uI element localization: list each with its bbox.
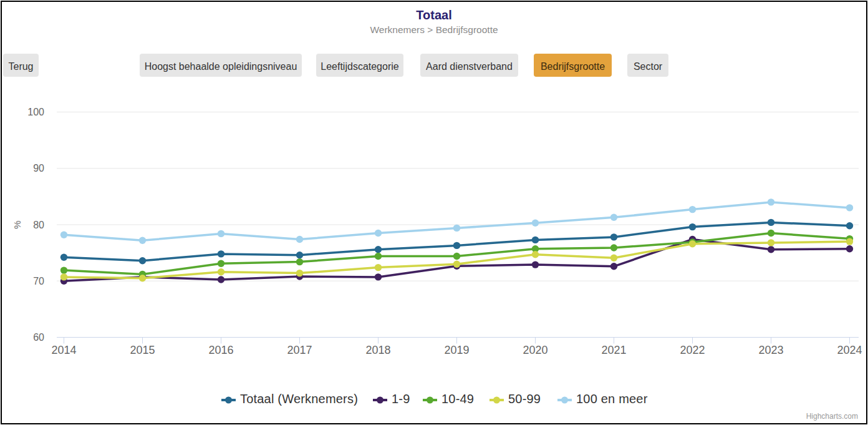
svg-text:2017: 2017	[287, 344, 312, 356]
svg-text:80: 80	[33, 220, 44, 230]
svg-text:2016: 2016	[208, 344, 233, 356]
svg-text:2018: 2018	[365, 344, 390, 356]
svg-text:90: 90	[33, 163, 44, 173]
svg-text:100 en meer: 100 en meer	[576, 392, 648, 406]
svg-text:2023: 2023	[758, 344, 783, 356]
svg-text:2015: 2015	[130, 344, 155, 356]
svg-text:70: 70	[33, 276, 44, 286]
svg-text:2019: 2019	[444, 344, 469, 356]
svg-text:Highcharts.com: Highcharts.com	[806, 412, 858, 421]
svg-text:2021: 2021	[601, 344, 626, 356]
svg-text:2024: 2024	[837, 344, 862, 356]
svg-text:%: %	[12, 220, 22, 228]
svg-text:Totaal (Werknemers): Totaal (Werknemers)	[240, 392, 358, 406]
svg-text:2014: 2014	[51, 344, 76, 356]
svg-text:1-9: 1-9	[392, 392, 410, 406]
svg-text:50-99: 50-99	[508, 392, 541, 406]
svg-text:60: 60	[33, 332, 44, 343]
svg-text:2020: 2020	[523, 344, 547, 356]
svg-text:100: 100	[27, 107, 44, 117]
svg-text:10-49: 10-49	[441, 392, 474, 406]
svg-text:2022: 2022	[680, 344, 705, 356]
